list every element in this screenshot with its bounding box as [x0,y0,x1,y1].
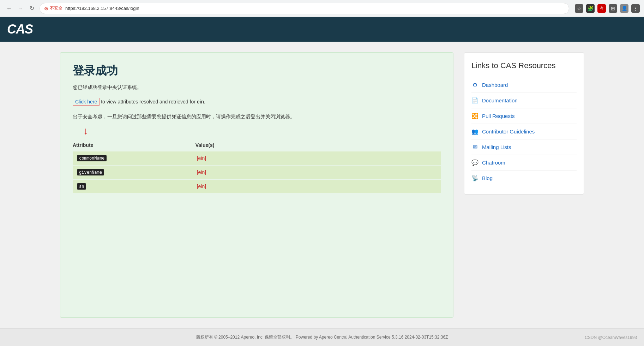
resource-item-documentation[interactable]: 📄 Documentation [471,93,577,108]
attr-row-sn: sn [ein] [73,180,441,193]
security-note: 出于安全考虑，一旦您访问过那些需要您提供凭证信息的应用时，请操作完成之后登出并关… [73,113,441,120]
ein-label: ein [197,99,204,105]
click-here-section: Click here to view attributes resolved a… [73,98,441,106]
resource-item-blog[interactable]: 📡 Blog [471,171,577,186]
puzzle-icon[interactable]: ⊞ [609,4,617,13]
url-text: https://192.168.2.157:8443/cas/login [65,6,565,11]
main-content: 登录成功 您已经成功登录中央认证系统。 Click here to view a… [0,42,644,328]
nav-buttons: ← → ↻ [4,4,37,13]
attr-value-sn: [ein] [197,184,437,189]
footer: 版权所有 © 2005–2012 Apereo, Inc. 保留全部权利。 Po… [0,328,644,346]
left-panel: 登录成功 您已经成功登录中央认证系统。 Click here to view a… [60,52,453,318]
attr-badge-givenname: givenName [77,169,104,175]
gear-icon: ⚙ [471,82,479,88]
watermark: CSDN @OceanWaves1993 [585,335,637,340]
cas-logo: CAS [7,22,33,37]
arrow-container: ↓ [73,126,441,136]
contributor-icon: 👥 [471,128,479,135]
resource-item-chatroom[interactable]: 💬 Chatroom [471,155,577,171]
resource-item-dashboard[interactable]: ⚙ Dashboard [471,77,577,93]
pull-requests-icon: 🔀 [471,113,479,119]
insecure-icon: ⊗ [44,6,48,11]
resource-link-contributor-guidelines[interactable]: Contributor Guidelines [482,129,535,135]
attr-row-givenname: givenName [ein] [73,166,441,179]
attr-value-commonname: [ein] [197,155,437,161]
resource-link-blog[interactable]: Blog [482,175,493,181]
attr-row-commonname: commonName [ein] [73,151,441,165]
footer-text: 版权所有 © 2005–2012 Apereo, Inc. 保留全部权利。 Po… [196,334,448,340]
success-title: 登录成功 [73,63,441,79]
down-arrow-icon: ↓ [83,126,88,136]
resource-item-pull-requests[interactable]: 🔀 Pull Requests [471,108,577,124]
attr-header-attribute: Attribute [73,141,195,149]
browser-chrome: ← → ↻ ⊗ 不安全 https://192.168.2.157:8443/c… [0,0,644,17]
resource-link-dashboard[interactable]: Dashboard [482,82,508,88]
resource-link-pull-requests[interactable]: Pull Requests [482,113,515,119]
forward-button[interactable]: → [16,4,25,13]
right-panel: Links to CAS Resources ⚙ Dashboard 📄 Doc… [464,52,584,195]
extensions-icon[interactable]: 🧩 [586,4,595,13]
resource-link-chatroom[interactable]: Chatroom [482,160,505,166]
bookmark-icon[interactable]: ☆ [575,4,583,13]
reload-button[interactable]: ↻ [27,4,37,13]
youdao-icon[interactable]: 有 [597,4,606,13]
profile-icon[interactable]: 👤 [620,4,628,13]
attr-value-givenname: [ein] [197,169,437,175]
resource-item-contributor-guidelines[interactable]: 👥 Contributor Guidelines [471,124,577,139]
click-here-link[interactable]: Click here [73,98,100,106]
resource-item-mailing-lists[interactable]: ✉ Mailing Lists [471,139,577,155]
menu-icon[interactable]: ⋮ [631,4,640,13]
document-icon: 📄 [471,97,479,104]
attr-rows-container: commonName [ein] givenName [ein] sn [ein… [73,151,441,193]
address-bar[interactable]: ⊗ 不安全 https://192.168.2.157:8443/cas/log… [40,3,569,14]
attr-header-values: Value(s) [195,141,441,149]
app-header: CAS [0,17,644,42]
mail-icon: ✉ [471,144,479,150]
attr-table-header: Attribute Value(s) [73,139,441,151]
attr-badge-sn: sn [77,183,86,190]
attr-badge-commonname: commonName [77,155,107,161]
click-here-suffix: to view attributes resolved and retrieve… [100,99,197,105]
chat-icon: 💬 [471,159,479,166]
security-badge: ⊗ 不安全 [44,5,62,11]
back-button[interactable]: ← [4,4,14,13]
browser-actions: ☆ 🧩 有 ⊞ 👤 ⋮ [575,4,640,13]
resources-title: Links to CAS Resources [471,61,577,70]
resource-link-documentation[interactable]: Documentation [482,97,518,103]
success-subtitle: 您已经成功登录中央认证系统。 [73,84,441,91]
security-label: 不安全 [50,5,62,11]
resource-link-mailing-lists[interactable]: Mailing Lists [482,144,511,150]
rss-icon: 📡 [471,175,479,181]
